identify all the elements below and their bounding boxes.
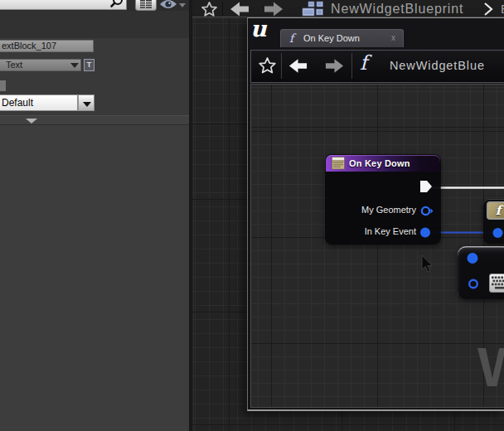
forward-arrow-icon[interactable] bbox=[263, 2, 284, 17]
breadcrumb-chevron-icon bbox=[483, 2, 493, 16]
toolbar-divider bbox=[351, 53, 352, 79]
category-expander-icon[interactable] bbox=[26, 119, 37, 123]
visibility-dropdown-caret-icon[interactable] bbox=[179, 3, 186, 7]
style-combobox-button[interactable] bbox=[78, 94, 94, 111]
search-input[interactable] bbox=[0, 0, 127, 10]
tab-title: On Key Down bbox=[303, 33, 360, 43]
mouse-cursor bbox=[421, 255, 434, 274]
bookmark-star-icon[interactable] bbox=[258, 56, 277, 75]
unreal-editor-screen: extBlock_107 Text T Default NewWidgetBlu… bbox=[0, 0, 504, 431]
forward-arrow-icon[interactable] bbox=[324, 58, 344, 74]
tab-close-icon[interactable]: x bbox=[391, 33, 395, 43]
back-arrow-icon[interactable] bbox=[230, 2, 250, 17]
tab-on-key-down[interactable]: f On Key Down x bbox=[280, 29, 404, 47]
pin-key-node-top bbox=[468, 253, 478, 264]
panel-splitter[interactable] bbox=[189, 0, 192, 431]
unreal-logo: u bbox=[250, 20, 267, 38]
search-icon bbox=[109, 0, 125, 10]
text-type-icon-button[interactable]: T bbox=[84, 59, 94, 71]
on-key-down-graph-canvas[interactable]: W bbox=[250, 84, 504, 408]
eye-icon bbox=[158, 0, 180, 11]
widget-blueprint-icon bbox=[300, 1, 324, 17]
pin-key-node-bottom bbox=[469, 280, 477, 288]
toolbar-divider bbox=[281, 53, 282, 79]
breadcrumb-next-partial[interactable]: E bbox=[501, 2, 504, 17]
function-icon: f bbox=[289, 31, 293, 45]
widget-type-dropdown[interactable]: Text bbox=[0, 59, 81, 71]
breadcrumb-blueprint-name[interactable]: NewWidgetBlueprint bbox=[331, 2, 463, 17]
dropdown-arrow-icon bbox=[70, 63, 79, 68]
dropdown-arrow-icon bbox=[83, 102, 91, 107]
pin-in-key-event bbox=[420, 228, 430, 238]
pin-my-geometry bbox=[422, 207, 434, 215]
list-view-icon bbox=[136, 0, 156, 10]
function-icon: f bbox=[360, 51, 367, 75]
details-view-button[interactable] bbox=[135, 0, 157, 11]
visibility-button[interactable] bbox=[158, 0, 180, 11]
widget-name-field[interactable]: extBlock_107 bbox=[0, 40, 94, 52]
window-nav-toolbar: f NewWidgetBlue bbox=[250, 50, 504, 83]
toolbar-divider bbox=[222, 2, 223, 16]
back-arrow-icon[interactable] bbox=[288, 57, 308, 75]
details-panel-header-band bbox=[0, 11, 189, 38]
breadcrumb-function-name[interactable]: NewWidgetBlue bbox=[390, 59, 485, 72]
bookmark-star-icon[interactable] bbox=[201, 1, 218, 17]
pins-layer bbox=[251, 85, 504, 408]
clipped-widget bbox=[0, 80, 6, 91]
style-combobox[interactable]: Default bbox=[0, 94, 78, 111]
pin-function-input bbox=[493, 228, 503, 238]
floating-graph-window: u f On Key Down x f NewWidgetBlue W bbox=[247, 17, 504, 411]
